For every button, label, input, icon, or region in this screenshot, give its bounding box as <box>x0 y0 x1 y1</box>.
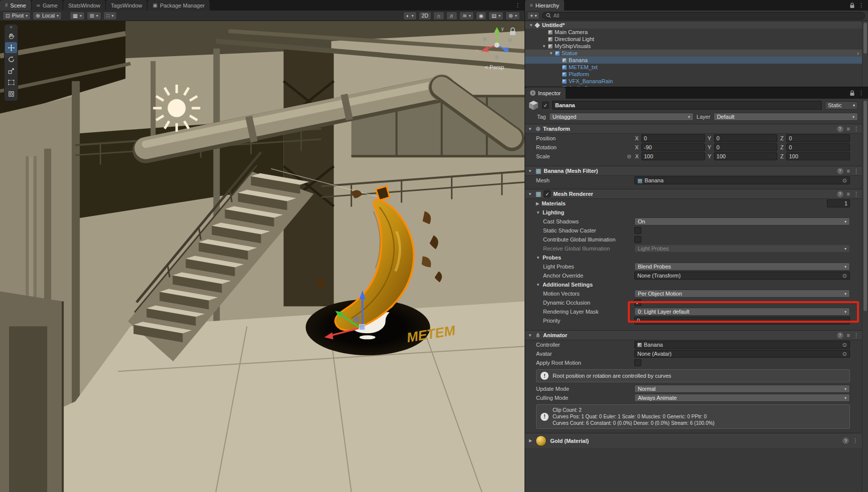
object-picker-icon[interactable]: ⊙ <box>842 351 847 357</box>
materials-count-field[interactable] <box>827 199 850 207</box>
scale-z-field[interactable] <box>786 152 850 160</box>
scale-y-field[interactable] <box>714 152 778 160</box>
active-checkbox[interactable]: ✓ <box>542 102 549 109</box>
avatar-object-field[interactable]: None (Avatar) ⊙ <box>634 350 850 358</box>
contribute-gi-checkbox[interactable] <box>634 236 641 243</box>
controller-object-field[interactable]: Banana ⊙ <box>634 341 850 349</box>
scene-lighting-toggle[interactable]: ☼ <box>433 12 444 20</box>
foldout-icon[interactable]: ▶ <box>529 438 532 443</box>
foldout-icon[interactable]: ▼ <box>548 51 554 56</box>
hierarchy-item-directional-light[interactable]: Directional Light <box>525 36 868 43</box>
position-y-field[interactable] <box>714 134 778 142</box>
preset-icon[interactable]: ≡ <box>847 191 850 197</box>
kebab-icon[interactable]: ⋮ <box>853 168 859 174</box>
foldout-icon[interactable]: ▼ <box>541 44 547 49</box>
layer-dropdown[interactable]: Default ▾ <box>714 113 858 121</box>
scene-viewport[interactable]: METEM <box>0 21 525 492</box>
rotation-z-field[interactable] <box>786 143 850 151</box>
rotation-x-field[interactable] <box>641 143 705 151</box>
foldout-icon[interactable]: ▼ <box>528 127 533 131</box>
hierarchy-item-platform[interactable]: Platform <box>525 71 868 78</box>
scene-visibility-toggle[interactable]: ◉ <box>476 12 486 20</box>
foldout-icon[interactable]: ▼ <box>528 333 533 338</box>
tab-hierarchy[interactable]: ≡ Hierarchy <box>525 0 565 11</box>
object-picker-icon[interactable]: ⊙ <box>842 273 847 279</box>
preset-icon[interactable]: ≡ <box>847 332 850 338</box>
pivot-mode-dropdown[interactable]: ⊡ Pivot ▾ <box>3 12 31 20</box>
kebab-icon[interactable]: ⋮ <box>852 437 858 444</box>
animator-header[interactable]: ▼ ⋔ Animator ? ≡ ⋮ <box>525 330 862 340</box>
material-header[interactable]: ▶ Gold (Material) ? ⋮ <box>525 433 862 448</box>
view-hand-tool[interactable] <box>5 31 17 42</box>
gizmos-dropdown[interactable]: ⊛ ▾ <box>505 12 520 20</box>
scale-tool[interactable] <box>5 65 17 76</box>
foldout-icon[interactable]: ▼ <box>528 23 534 28</box>
preset-icon[interactable]: ≡ <box>847 126 850 132</box>
grid-visibility-button[interactable]: ▦ ▾ <box>70 12 85 20</box>
tag-dropdown[interactable]: Untagged ▾ <box>549 113 693 121</box>
transform-tool[interactable] <box>5 88 17 99</box>
help-icon[interactable]: ? <box>837 191 843 197</box>
kebab-icon[interactable]: ⋮ <box>853 191 859 197</box>
help-icon[interactable]: ? <box>837 168 843 174</box>
lighting-foldout[interactable]: ▼ Lighting <box>525 208 862 217</box>
tab-game[interactable]: ∞ Game <box>32 0 63 11</box>
tab-inspector[interactable]: i Inspector <box>525 87 566 99</box>
mesh-object-field[interactable]: ▦ Banana ⊙ <box>634 176 850 184</box>
hierarchy-item-vfx-bananarain[interactable]: VFX_BananaRain <box>525 78 868 85</box>
rect-tool[interactable] <box>5 77 17 88</box>
inspector-kebab-icon[interactable]: ⋮ <box>858 90 864 96</box>
help-icon[interactable]: ? <box>837 332 843 339</box>
hierarchy-item-statue[interactable]: ▼ Statue › <box>525 50 868 57</box>
mesh-filter-header[interactable]: ▼ ▦ Banana (Mesh Filter) ? ≡ ⋮ <box>525 166 862 176</box>
cast-shadows-dropdown[interactable]: On ▾ <box>634 217 850 225</box>
hierarchy-item-banana[interactable]: Banana <box>525 57 868 64</box>
add-gameobject-button[interactable]: + ▾ <box>527 12 540 20</box>
light-probes-dropdown[interactable]: Blend Probes ▾ <box>634 263 850 271</box>
static-dropdown[interactable]: Static ▾ <box>825 101 858 110</box>
draw-mode-dropdown[interactable]: ◐ ▾ <box>403 12 416 20</box>
camera-settings-dropdown[interactable]: ▤ ▾ <box>488 12 503 20</box>
kebab-icon[interactable]: ⋮ <box>853 126 859 132</box>
foldout-icon[interactable]: ▼ <box>528 192 533 196</box>
gameobject-name-field[interactable] <box>552 101 822 110</box>
scene-3d-view[interactable]: METEM <box>0 21 525 492</box>
hierarchy-item-main-camera[interactable]: Main Camera <box>525 29 868 36</box>
mesh-renderer-enabled-checkbox[interactable]: ✓ <box>544 190 551 197</box>
hierarchy-item-myshipvisuals[interactable]: ▼ MyShipVisuals <box>525 43 868 50</box>
priority-field[interactable] <box>634 317 850 325</box>
apply-root-motion-checkbox[interactable] <box>634 359 641 366</box>
hierarchy-search[interactable] <box>542 12 865 20</box>
scale-x-field[interactable] <box>641 152 705 160</box>
object-picker-icon[interactable]: ⊙ <box>842 177 847 184</box>
position-x-field[interactable] <box>641 134 705 142</box>
grid-snap-button[interactable]: ⊞ ▾ <box>87 12 101 20</box>
hierarchy-item-audio-source[interactable]: Audio Source <box>525 85 868 87</box>
2d-toggle-button[interactable]: 2D <box>419 12 431 20</box>
help-icon[interactable]: ? <box>837 126 843 132</box>
rotation-y-field[interactable] <box>714 143 778 151</box>
tab-tagswindow[interactable]: TagsWindow <box>106 0 147 11</box>
mesh-renderer-header[interactable]: ▼ ▦ ✓ Mesh Renderer ? ≡ ⋮ <box>525 189 862 199</box>
anchor-override-field[interactable]: None (Transform) ⊙ <box>634 272 850 280</box>
snap-settings-button[interactable]: ∷ ▾ <box>103 12 117 20</box>
culling-mode-dropdown[interactable]: Always Animate ▾ <box>634 394 850 402</box>
motion-vectors-dropdown[interactable]: Per Object Motion ▾ <box>634 290 850 298</box>
object-picker-icon[interactable]: ⊙ <box>842 342 847 348</box>
static-shadow-caster-checkbox[interactable] <box>634 227 641 234</box>
scene-audio-toggle[interactable]: ♬ <box>446 12 458 20</box>
lock-icon[interactable] <box>849 90 855 96</box>
hierarchy-item-metem-txt[interactable]: METEM_txt <box>525 64 868 71</box>
tab-package-manager[interactable]: ▣ Package Manager <box>147 0 210 11</box>
hierarchy-item-untitled[interactable]: ▼ Untitled* <box>525 22 868 29</box>
scale-link-icon[interactable]: ⊘ <box>627 153 631 160</box>
move-tool[interactable] <box>5 42 17 53</box>
handle-rotation-dropdown[interactable]: ⊕ Local ▾ <box>33 12 62 20</box>
kebab-icon[interactable]: ⋮ <box>853 332 859 339</box>
open-prefab-chevron[interactable]: › <box>857 50 859 56</box>
foldout-icon[interactable]: ▼ <box>528 169 533 173</box>
hierarchy-search-input[interactable] <box>553 13 861 19</box>
hierarchy-kebab-icon[interactable]: ⋮ <box>858 2 864 9</box>
inspector-scrollbar[interactable] <box>862 99 868 492</box>
preset-icon[interactable]: ≡ <box>847 168 850 174</box>
